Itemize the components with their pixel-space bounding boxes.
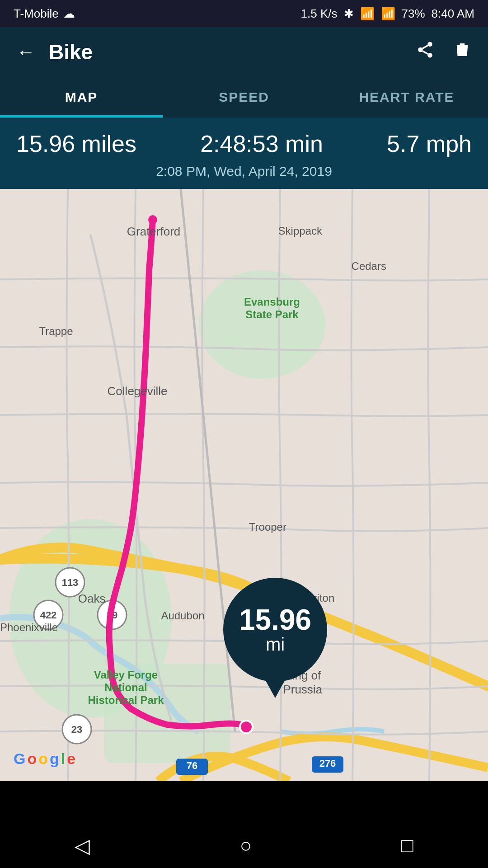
stat-distance: 15.96 miles <box>16 130 136 157</box>
svg-point-0 <box>427 42 432 47</box>
svg-rect-8 <box>104 664 230 763</box>
carrier-label: T-Mobile <box>14 7 59 21</box>
nav-home-button[interactable]: ○ <box>239 834 252 857</box>
stats-bar: 15.96 miles 2:48:53 min 5.7 mph 2:08 PM,… <box>0 118 488 189</box>
svg-point-6 <box>199 270 325 379</box>
status-right: 1.5 K/s ✱ 📶 📶 73% 8:40 AM <box>301 7 474 21</box>
svg-text:76: 76 <box>187 760 197 771</box>
time-label: 8:40 AM <box>432 7 474 21</box>
svg-text:276: 276 <box>319 758 336 769</box>
svg-point-1 <box>418 47 423 52</box>
svg-point-22 <box>148 215 157 224</box>
status-left: T-Mobile ☁ <box>14 7 75 21</box>
stat-speed: 5.7 mph <box>387 130 472 157</box>
app-bar: ← Bike <box>0 27 488 77</box>
nav-back-button[interactable]: ◁ <box>75 834 90 857</box>
google-g-icon: G <box>14 750 25 768</box>
bubble-distance-value: 15.96 <box>239 605 311 634</box>
battery-label: 73% <box>402 7 425 21</box>
stats-datetime: 2:08 PM, Wed, April 24, 2019 <box>16 164 472 179</box>
map-container[interactable]: 113 422 29 23 76 276 Graterford Skippack… <box>0 189 488 781</box>
google-o1-icon: o <box>27 750 37 768</box>
svg-text:23: 23 <box>71 724 82 735</box>
nav-bar: ◁ ○ □ <box>0 823 488 868</box>
stats-row: 15.96 miles 2:48:53 min 5.7 mph <box>16 130 472 157</box>
tab-heartrate[interactable]: HEART RATE <box>325 77 488 118</box>
google-e-icon: e <box>67 750 75 768</box>
google-watermark: G o o g l e <box>14 750 75 768</box>
bubble-distance-unit: mi <box>266 634 285 655</box>
app-bar-left: ← Bike <box>16 40 93 64</box>
google-g2-icon: g <box>50 750 59 768</box>
svg-point-21 <box>240 721 253 733</box>
svg-text:113: 113 <box>62 577 79 588</box>
google-o2-icon: o <box>38 750 48 768</box>
tab-map[interactable]: MAP <box>0 77 163 118</box>
tab-bar: MAP SPEED HEART RATE <box>0 77 488 118</box>
app-bar-icons <box>416 40 472 64</box>
google-l-icon: l <box>61 750 65 768</box>
page-title: Bike <box>49 40 93 64</box>
distance-bubble: 15.96 mi <box>223 578 327 682</box>
delete-button[interactable] <box>453 40 472 64</box>
nav-recent-button[interactable]: □ <box>401 834 413 857</box>
svg-line-4 <box>422 45 428 48</box>
wifi-icon: 📶 <box>360 7 375 21</box>
cloud-icon: ☁ <box>63 7 75 21</box>
back-button[interactable]: ← <box>16 41 35 63</box>
share-button[interactable] <box>416 40 435 64</box>
svg-line-3 <box>422 51 428 54</box>
bluetooth-icon: ✱ <box>344 7 354 21</box>
stat-duration: 2:48:53 min <box>200 130 323 157</box>
speed-label: 1.5 K/s <box>301 7 338 21</box>
svg-point-2 <box>427 53 432 58</box>
status-bar: T-Mobile ☁ 1.5 K/s ✱ 📶 📶 73% 8:40 AM <box>0 0 488 27</box>
signal-icon: 📶 <box>381 7 395 21</box>
svg-text:422: 422 <box>40 609 57 621</box>
tab-speed[interactable]: SPEED <box>163 77 325 118</box>
